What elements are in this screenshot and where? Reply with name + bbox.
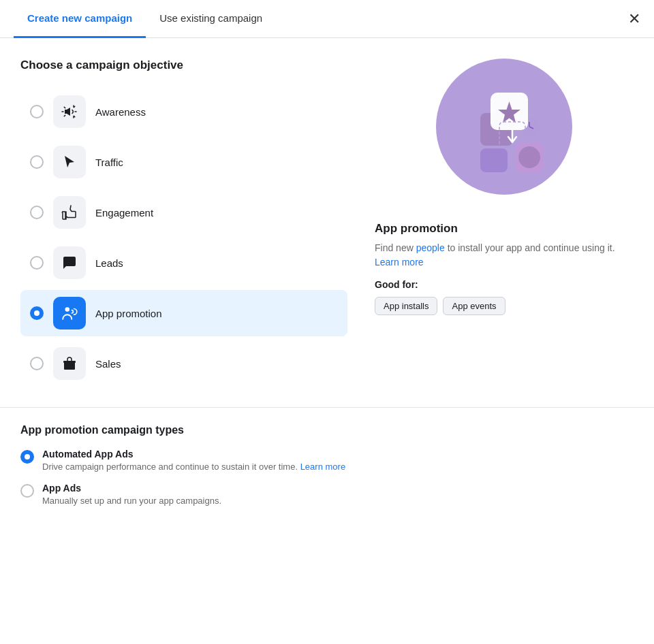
radio-engagement[interactable] xyxy=(30,206,44,219)
right-panel: App promotion Find new people to install… xyxy=(375,59,634,387)
app-ads-title: App Ads xyxy=(42,483,221,494)
leads-label: Leads xyxy=(95,257,123,269)
automated-info: Automated App Ads Drive campaign perform… xyxy=(42,449,345,472)
automated-desc: Drive campaign performance and continue … xyxy=(42,462,345,472)
tab-use-existing[interactable]: Use existing campaign xyxy=(146,0,276,38)
campaign-type-automated[interactable]: Automated App Ads Drive campaign perform… xyxy=(20,449,634,472)
cursor-icon xyxy=(61,154,78,170)
objective-item-engagement[interactable]: Engagement xyxy=(20,189,347,236)
automated-title: Automated App Ads xyxy=(42,449,345,460)
radio-awareness[interactable] xyxy=(30,105,44,118)
app-ads-desc: Manually set up and run your app campaig… xyxy=(42,496,221,506)
objective-item-traffic[interactable]: Traffic xyxy=(20,139,347,185)
objective-item-app-promotion[interactable]: App promotion xyxy=(20,290,347,336)
app-promotion-icon xyxy=(61,304,78,322)
radio-inner-app-promotion xyxy=(34,310,40,316)
svg-point-14 xyxy=(518,146,540,168)
traffic-label: Traffic xyxy=(95,157,123,168)
tabs-bar: Create new campaign Use existing campaig… xyxy=(0,0,654,38)
section-title: Choose a campaign objective xyxy=(20,59,347,72)
leads-icon-box xyxy=(53,246,86,279)
illustration-circle xyxy=(436,59,572,195)
automated-learn-more-link[interactable]: Learn more xyxy=(300,462,345,472)
svg-rect-5 xyxy=(480,148,508,172)
objective-list: Awareness Traffic xyxy=(20,88,347,387)
desc-link-people[interactable]: people xyxy=(416,242,445,253)
objective-item-sales[interactable]: Sales xyxy=(20,340,347,387)
radio-app-promotion[interactable] xyxy=(30,306,44,320)
objective-item-leads[interactable]: Leads xyxy=(20,240,347,286)
sales-icon-box xyxy=(53,347,86,380)
close-button[interactable]: ✕ xyxy=(628,12,640,27)
app-ads-info: App Ads Manually set up and run your app… xyxy=(42,483,221,506)
app-promotion-icon-box xyxy=(53,297,86,329)
detail-description: Find new people to install your app and … xyxy=(375,241,634,270)
campaign-type-app-ads[interactable]: App Ads Manually set up and run your app… xyxy=(20,483,634,506)
megaphone-icon xyxy=(61,103,78,120)
radio-leads[interactable] xyxy=(30,256,44,270)
radio-automated[interactable] xyxy=(20,450,34,464)
desc-text-1: Find new xyxy=(375,242,416,253)
engagement-icon-box xyxy=(53,196,86,229)
detail-title: App promotion xyxy=(375,222,634,236)
left-panel: Choose a campaign objective Awareness xyxy=(20,59,347,387)
desc-link-learn-more[interactable]: Learn more xyxy=(375,257,424,268)
radio-app-ads[interactable] xyxy=(20,484,34,498)
automated-desc-text: Drive campaign performance and continue … xyxy=(42,462,300,472)
shopping-bag-icon xyxy=(61,355,78,372)
tag-app-events: App events xyxy=(443,297,505,315)
objective-item-awareness[interactable]: Awareness xyxy=(20,88,347,135)
engagement-label: Engagement xyxy=(95,207,153,219)
radio-inner-automated xyxy=(25,454,30,460)
radio-traffic[interactable] xyxy=(30,155,44,169)
tags-container: App installs App events xyxy=(375,297,634,315)
main-content: Choose a campaign objective Awareness xyxy=(0,38,654,407)
svg-rect-2 xyxy=(63,361,76,363)
app-promo-svg xyxy=(453,76,555,178)
modal: Create new campaign Use existing campaig… xyxy=(0,0,654,644)
traffic-icon-box xyxy=(53,146,86,178)
tab-create-new[interactable]: Create new campaign xyxy=(14,0,146,38)
desc-text-2: to install your app and continue using i… xyxy=(445,242,615,253)
good-for-label: Good for: xyxy=(375,279,634,290)
awareness-icon-box xyxy=(53,95,86,128)
tag-app-installs: App installs xyxy=(375,297,437,315)
illustration-container xyxy=(375,59,634,208)
svg-point-0 xyxy=(65,307,70,312)
thumbsup-icon xyxy=(61,204,78,221)
awareness-label: Awareness xyxy=(95,106,146,118)
sales-label: Sales xyxy=(95,358,121,370)
bottom-title: App promotion campaign types xyxy=(20,424,634,436)
app-promotion-label: App promotion xyxy=(95,308,162,319)
chat-icon xyxy=(61,255,78,271)
radio-sales[interactable] xyxy=(30,357,44,370)
campaign-type-list: Automated App Ads Drive campaign perform… xyxy=(20,449,634,506)
bottom-section: App promotion campaign types Automated A… xyxy=(0,407,654,526)
